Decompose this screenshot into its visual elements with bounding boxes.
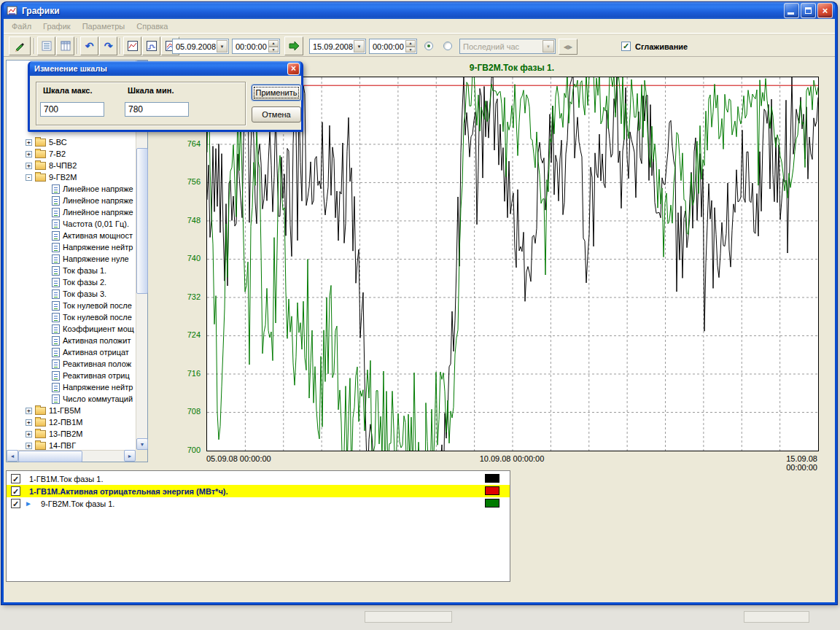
radio-last-period[interactable]: [443, 42, 452, 50]
cancel-button[interactable]: Отмена: [252, 106, 301, 122]
radio-date-range[interactable]: [424, 42, 433, 50]
tree-item[interactable]: Напряжение нейтр: [7, 241, 136, 253]
folder-icon: [35, 407, 46, 415]
legend-row[interactable]: ✓1-ГВ1М.Активная отрицательная энергия (…: [7, 485, 510, 497]
menu-item-0[interactable]: Файл: [6, 20, 37, 33]
expand-icon[interactable]: +: [26, 408, 32, 414]
table-icon: [60, 40, 71, 52]
time-to-spinner[interactable]: 00:00:00 ▲ ▼: [369, 39, 417, 54]
scale-min-input[interactable]: [125, 102, 189, 117]
parameter-icon: [52, 324, 60, 334]
tree-item[interactable]: Ток фазы 3.: [7, 288, 136, 300]
menu-item-2[interactable]: Параметры: [77, 20, 131, 33]
spin-down-icon[interactable]: ▼: [268, 47, 279, 53]
parameter-icon: [52, 231, 60, 241]
tree-item[interactable]: Реактивная полож: [7, 358, 136, 370]
expand-icon[interactable]: +: [26, 151, 32, 158]
series-checkbox[interactable]: ✓: [11, 474, 20, 483]
tree-item[interactable]: Коэффициент мощ: [7, 323, 136, 335]
chevron-down-icon[interactable]: ▼: [354, 40, 365, 52]
tree-item[interactable]: Активная мощност: [7, 230, 136, 241]
legend-row[interactable]: ✓1-ГВ1М.Ток фазы 1.: [7, 472, 510, 485]
titlebar[interactable]: Графики ×: [4, 2, 835, 19]
series-checkbox[interactable]: ✓: [11, 486, 20, 496]
undo-button[interactable]: ↶: [80, 36, 98, 55]
scale-max-input[interactable]: [40, 102, 104, 117]
tree-item[interactable]: +7-В2: [7, 148, 136, 160]
smoothing-checkbox[interactable]: ✓: [621, 42, 631, 51]
y-axis-label: 764: [168, 139, 201, 148]
apply-range-button[interactable]: [284, 36, 303, 55]
tree: +5-ВС+7-В2+8-ЧПВ2-9-ГВ2МЛинейное напряже…: [7, 136, 136, 451]
redo-button[interactable]: ↷: [99, 36, 117, 55]
date-from-combo[interactable]: 05.09.2008 ▼: [172, 39, 229, 54]
parameter-icon: [52, 336, 60, 346]
expand-icon[interactable]: +: [26, 431, 32, 438]
tree-item[interactable]: +13-ПВ2М: [7, 428, 136, 440]
tree-item[interactable]: Напряжение нейтр: [7, 381, 136, 393]
tree-item[interactable]: Ток нулевой после: [7, 300, 136, 311]
legend-row[interactable]: ✓►9-ГВ2М.Ток фазы 1.: [7, 497, 510, 510]
graph-style-button-1[interactable]: [123, 36, 141, 55]
graph-style-button-2[interactable]: [142, 36, 160, 55]
table-view-button[interactable]: [56, 36, 74, 55]
tree-item[interactable]: Реактивная отриц: [7, 370, 136, 381]
edit-button[interactable]: [9, 36, 31, 55]
tree-item[interactable]: +8-ЧПВ2: [7, 160, 136, 171]
tree-item[interactable]: Линейное напряже: [7, 183, 136, 195]
menu-item-1[interactable]: График: [37, 20, 77, 33]
y-axis-label: 708: [168, 407, 201, 416]
tree-item[interactable]: +5-ВС: [7, 136, 136, 148]
menu-item-3[interactable]: Справка: [131, 20, 174, 33]
scroll-down-button[interactable]: ▼: [136, 438, 148, 450]
folder-icon: [35, 162, 46, 170]
parameter-icon: [52, 289, 60, 299]
tree-item[interactable]: +11-ГВ5М: [7, 405, 136, 416]
minimize-button[interactable]: [784, 3, 799, 18]
chart-plot[interactable]: [206, 77, 819, 451]
toolbar-separator: [120, 38, 121, 54]
tree-item[interactable]: Ток нулевой после: [7, 311, 136, 323]
tree-item[interactable]: Активная отрицат: [7, 346, 136, 358]
tree-item[interactable]: Активная положит: [7, 335, 136, 346]
expand-icon[interactable]: +: [26, 139, 32, 146]
apply-button[interactable]: Применить: [252, 85, 301, 101]
expand-icon[interactable]: +: [26, 443, 32, 449]
expand-icon[interactable]: +: [26, 163, 32, 169]
tree-item[interactable]: Ток фазы 1.: [7, 265, 136, 276]
dialog-titlebar[interactable]: Изменение шкалы ×: [30, 61, 301, 76]
scroll-left-button[interactable]: ◄: [7, 450, 18, 462]
horizontal-scroll-thumb[interactable]: [18, 451, 82, 462]
tree-item[interactable]: Линейное напряже: [7, 206, 136, 218]
tree-item-label: Линейное напряже: [63, 184, 133, 193]
dialog-close-button[interactable]: ×: [287, 63, 300, 75]
collapse-icon[interactable]: -: [26, 174, 32, 181]
date-to-combo[interactable]: 15.09.2008 ▼: [309, 39, 366, 54]
report-view-button[interactable]: [37, 36, 55, 55]
tree-horizontal-scrollbar[interactable]: ◄ ►: [7, 450, 136, 462]
tree-item[interactable]: Линейное напряже: [7, 195, 136, 206]
tree-item-label: Ток нулевой после: [63, 313, 132, 322]
tree-item[interactable]: Напряжение нуле: [7, 253, 136, 265]
scroll-right-button[interactable]: ►: [124, 450, 136, 462]
parameter-icon: [52, 184, 60, 194]
tree-item[interactable]: -9-ГВ2М: [7, 171, 136, 183]
spin-up-icon[interactable]: ▲: [268, 40, 279, 47]
chevron-down-icon[interactable]: ▼: [217, 40, 228, 52]
spin-up-icon[interactable]: ▲: [405, 40, 416, 47]
close-button[interactable]: ×: [817, 3, 833, 18]
tree-item[interactable]: Число коммутаций: [7, 393, 136, 405]
parameter-icon: [52, 266, 60, 276]
time-from-spinner[interactable]: 00:00:00 ▲ ▼: [232, 39, 280, 54]
tree-item[interactable]: Частота (0,01 Гц).: [7, 218, 136, 230]
tree-item-label: 14-ПВГ: [49, 441, 76, 450]
tree-item[interactable]: +12-ПВ1М: [7, 416, 136, 428]
tree-item[interactable]: Ток фазы 2.: [7, 276, 136, 288]
parameter-icon: [52, 359, 60, 369]
y-axis-label: 748: [168, 216, 201, 225]
vertical-scroll-thumb[interactable]: [136, 148, 148, 294]
maximize-button[interactable]: [801, 3, 816, 18]
series-checkbox[interactable]: ✓: [11, 499, 20, 508]
expand-icon[interactable]: +: [26, 419, 32, 426]
spin-down-icon[interactable]: ▼: [405, 47, 416, 53]
